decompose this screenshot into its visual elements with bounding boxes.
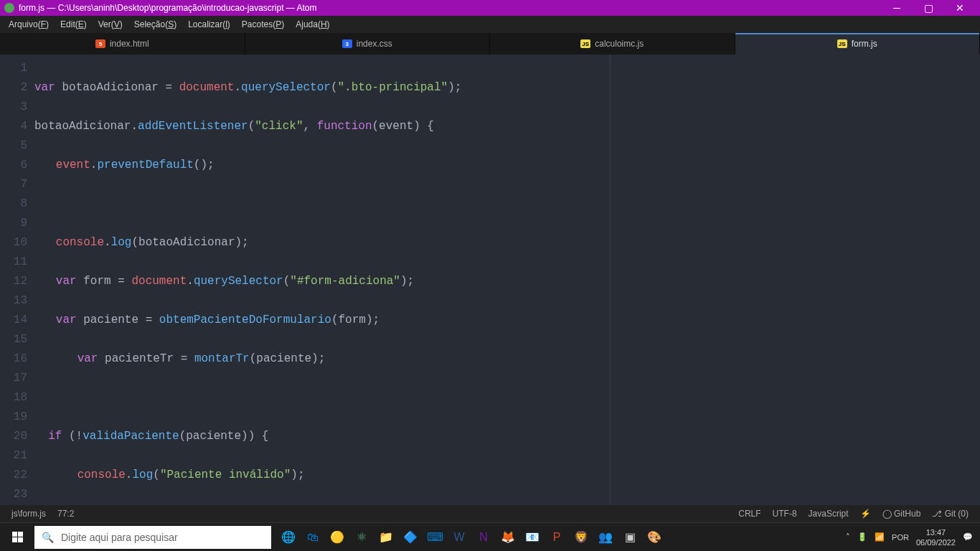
onenote-icon[interactable]: N	[473, 527, 494, 547]
line-number: 5	[0, 136, 27, 156]
editor-area[interactable]: 1 2 3 4 5 6 7 8 9 10 11 12 13 14 15 16 1…	[0, 55, 980, 505]
line-number: 7	[0, 175, 27, 194]
terminal-icon[interactable]: ▣	[620, 527, 640, 547]
line-number: 2	[0, 78, 27, 98]
close-button[interactable]: ✕	[944, 0, 976, 16]
wifi-icon[interactable]: 📶	[875, 532, 885, 542]
line-number: 21	[0, 446, 27, 466]
line-number: 6	[0, 156, 27, 175]
store-icon[interactable]: 🛍	[303, 527, 323, 547]
outlook-icon[interactable]: 📧	[522, 527, 542, 547]
system-tray: ˄ 🔋 📶 POR 13:47 06/09/2022 💬	[839, 527, 980, 547]
vscode-icon[interactable]: ⌨	[425, 527, 445, 547]
status-git[interactable]: ⎇ Git (0)	[926, 509, 974, 519]
menu-localizar[interactable]: Localizar(l)	[182, 19, 236, 29]
word-icon[interactable]: W	[449, 527, 469, 547]
status-cursor-pos[interactable]: 77:2	[52, 509, 80, 519]
tab-label: form.js	[852, 39, 877, 49]
explorer-icon[interactable]: 📁	[376, 527, 396, 547]
line-number: 23	[0, 485, 27, 504]
line-number: 8	[0, 194, 27, 214]
line-number: 9	[0, 214, 27, 233]
minimize-button[interactable]: ─	[881, 0, 913, 16]
windows-icon	[12, 532, 23, 542]
line-number: 17	[0, 369, 27, 388]
atom-icon	[4, 3, 14, 13]
code-pane[interactable]: var botaoAdicionar = document.querySelec…	[34, 55, 980, 505]
tab-form-js[interactable]: JSform.js	[735, 33, 981, 55]
line-number: 20	[0, 427, 27, 446]
menu-arquivo[interactable]: Arquivo(F)	[3, 19, 55, 29]
taskbar-search[interactable]: 🔍 Digite aqui para pesquisar	[34, 526, 271, 549]
atom-icon[interactable]: ⚛	[352, 527, 372, 547]
html5-icon: 5	[95, 39, 105, 48]
clock-date: 06/09/2022	[916, 537, 956, 547]
window-titlebar: form.js — C:\Users\aninh\Desktop\program…	[0, 0, 980, 16]
maximize-button[interactable]: ▢	[913, 0, 944, 16]
status-encoding[interactable]: UTF-8	[767, 509, 803, 519]
line-number: 14	[0, 311, 27, 330]
line-number: 3	[0, 98, 27, 117]
teams-icon[interactable]: 👥	[595, 527, 616, 547]
status-line-ending[interactable]: CRLF	[732, 509, 766, 519]
line-number: 15	[0, 330, 27, 349]
line-number: 16	[0, 349, 27, 369]
chrome-icon[interactable]: 🟡	[327, 527, 347, 547]
tab-label: calculoimc.js	[595, 39, 644, 49]
line-number: 10	[0, 233, 27, 253]
js-icon: JS	[580, 39, 590, 48]
js-icon: JS	[837, 39, 847, 48]
battery-icon[interactable]: 🔋	[857, 532, 867, 542]
paint-icon[interactable]: 🎨	[644, 527, 664, 547]
window-title: form.js — C:\Users\aninh\Desktop\program…	[19, 3, 881, 13]
tray-chevron-icon[interactable]: ˄	[846, 532, 850, 542]
notifications-icon[interactable]: 💬	[963, 532, 973, 542]
line-number: 11	[0, 253, 27, 272]
line-number: 13	[0, 291, 27, 311]
tab-calculoimc-js[interactable]: JScalculoimc.js	[490, 33, 735, 55]
telemetry-icon[interactable]: ⚡	[854, 509, 877, 519]
firefox-icon[interactable]: 🦊	[498, 527, 518, 547]
menu-ajuda[interactable]: Ajuda(H)	[290, 19, 335, 29]
status-language[interactable]: JavaScript	[803, 509, 854, 519]
status-bar: js\form.js 77:2 CRLF UTF-8 JavaScript ⚡ …	[0, 505, 980, 522]
search-placeholder: Digite aqui para pesquisar	[61, 532, 178, 543]
line-number: 19	[0, 408, 27, 427]
tab-bar: 5index.html 3index.css JScalculoimc.js J…	[0, 33, 980, 55]
tab-index-css[interactable]: 3index.css	[245, 33, 491, 55]
search-icon: 🔍	[42, 532, 54, 543]
menu-pacotes[interactable]: Pacotes(P)	[236, 19, 290, 29]
line-number: 22	[0, 466, 27, 485]
status-path[interactable]: js\form.js	[6, 509, 52, 519]
app-icon[interactable]: 🔷	[400, 527, 420, 547]
tab-label: index.css	[357, 39, 392, 49]
clock[interactable]: 13:47 06/09/2022	[916, 527, 956, 547]
edge-icon[interactable]: 🌐	[278, 527, 298, 547]
line-number: 1	[0, 59, 27, 78]
line-number: 18	[0, 388, 27, 408]
wrap-guide	[610, 55, 980, 505]
windows-taskbar: 🔍 Digite aqui para pesquisar 🌐 🛍 🟡 ⚛ 📁 🔷…	[0, 522, 980, 551]
gutter: 1 2 3 4 5 6 7 8 9 10 11 12 13 14 15 16 1…	[0, 55, 34, 505]
taskbar-apps: 🌐 🛍 🟡 ⚛ 📁 🔷 ⌨ W N 🦊 📧 P 🦁 👥 ▣ 🎨	[278, 527, 664, 547]
language-indicator[interactable]: POR	[892, 533, 909, 542]
line-number: 12	[0, 272, 27, 291]
clock-time: 13:47	[916, 527, 956, 537]
menubar: Arquivo(F) Edit(E) Ver(V) Seleção(S) Loc…	[0, 16, 980, 33]
powerpoint-icon[interactable]: P	[547, 527, 567, 547]
tab-index-html[interactable]: 5index.html	[0, 33, 245, 55]
menu-selecao[interactable]: Seleção(S)	[128, 19, 182, 29]
start-button[interactable]	[0, 532, 34, 542]
status-github[interactable]: ◯ GitHub	[877, 509, 927, 519]
tab-label: index.html	[110, 39, 149, 49]
css3-icon: 3	[342, 39, 352, 48]
menu-ver[interactable]: Ver(V)	[93, 19, 128, 29]
line-number: 4	[0, 117, 27, 136]
brave-icon[interactable]: 🦁	[571, 527, 591, 547]
menu-edit[interactable]: Edit(E)	[55, 19, 93, 29]
